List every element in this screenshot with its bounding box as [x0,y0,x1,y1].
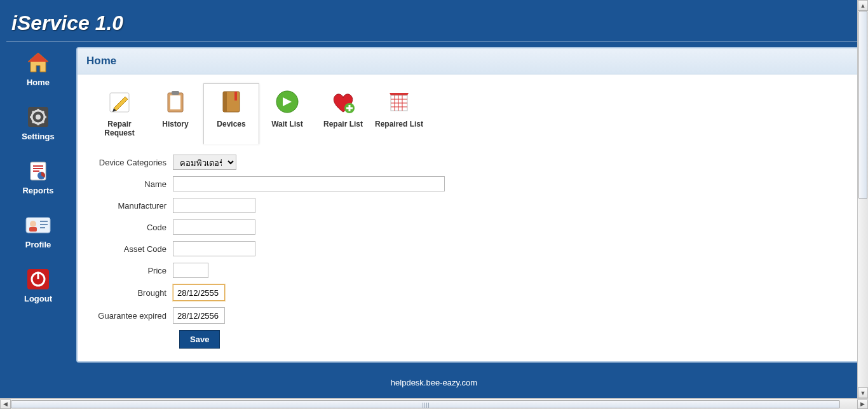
device-category-select[interactable]: คอมพิวเตอร์ [173,155,236,170]
tool-label: Repaired List [373,120,425,128]
tool-label: Repair List [317,120,369,128]
tool-repaired-list[interactable]: Repaired List [371,83,427,144]
home-icon [24,51,52,75]
label-guarantee: Guarantee expired [90,311,173,321]
guarantee-date-input[interactable] [173,307,225,324]
vertical-scroll-thumb[interactable] [858,11,867,199]
sidebar-item-settings[interactable]: Settings [13,105,64,141]
arrow-right-icon [272,88,302,116]
tool-label: History [149,120,201,128]
svg-rect-31 [170,95,180,109]
code-input[interactable] [173,219,255,235]
horizontal-scroll-thumb[interactable] [11,400,840,408]
label-name: Name [90,179,173,189]
tool-label: Repair Request [93,120,146,137]
svg-rect-32 [172,91,179,95]
svg-line-11 [32,121,34,123]
manufacturer-input[interactable] [173,198,255,213]
tool-repair-request[interactable]: Repair Request [92,83,147,144]
tool-repair-list[interactable]: Repair List [315,83,371,144]
scroll-right-arrow[interactable]: ▶ [857,399,868,409]
tool-label: Devices [205,120,257,128]
tool-wait-list[interactable]: Wait List [259,83,315,144]
tool-label: Wait List [261,120,313,128]
svg-rect-34 [223,92,227,112]
label-brought: Brought [90,288,173,298]
svg-marker-41 [390,93,409,95]
power-icon [24,267,52,291]
svg-line-9 [42,121,44,123]
tool-history[interactable]: History [147,83,203,144]
sidebar-item-logout[interactable]: Logout [13,267,64,303]
horizontal-scrollbar[interactable]: ◀ ▶ [0,398,868,409]
scroll-down-arrow[interactable]: ▼ [858,387,868,398]
svg-point-12 [36,114,41,120]
svg-point-19 [30,221,36,227]
label-category: Device Categories [90,158,173,167]
profile-icon [24,213,52,237]
price-input[interactable] [173,263,208,278]
label-asset-code: Asset Code [90,244,173,254]
app-title: iService 1.0 [0,0,868,41]
svg-line-8 [32,111,34,113]
sidebar-item-home[interactable]: Home [13,51,64,87]
heart-plus-icon [328,88,358,116]
pencil-note-icon [104,88,135,116]
svg-rect-20 [29,227,37,232]
svg-rect-35 [234,92,237,101]
scroll-up-arrow[interactable]: ▲ [858,0,868,11]
panel-title: Home [78,48,860,74]
main-panel: Home Repair Request [76,47,862,363]
sidebar-item-label: Home [13,78,64,87]
toolbar: Repair Request History [78,74,860,144]
sidebar-item-reports[interactable]: Reports [13,159,64,195]
footer-text: helpdesk.bee-eazy.com [0,363,868,394]
sidebar: Home Settings [0,47,76,363]
book-icon [216,88,247,116]
svg-marker-1 [28,53,48,62]
device-form: Device Categories คอมพิวเตอร์ Name Manuf… [78,144,860,361]
name-input[interactable] [173,176,445,191]
report-icon [24,159,52,183]
label-manufacturer: Manufacturer [90,201,173,211]
tool-devices[interactable]: Devices [203,83,259,144]
sidebar-item-label: Profile [13,240,64,249]
scroll-left-arrow[interactable]: ◀ [0,399,11,409]
sidebar-item-profile[interactable]: Profile [13,213,64,249]
save-button[interactable]: Save [179,330,220,349]
clipboard-icon [160,88,191,116]
asset-code-input[interactable] [173,241,255,256]
sidebar-item-label: Reports [13,186,64,195]
vertical-scrollbar[interactable]: ▲ ▼ [857,0,868,398]
svg-line-10 [42,111,44,113]
gear-icon [24,105,52,129]
sidebar-item-label: Logout [13,294,64,303]
calendar-icon [384,88,414,116]
label-code: Code [90,223,173,232]
sidebar-item-label: Settings [13,132,64,141]
label-price: Price [90,266,173,275]
brought-date-input[interactable] [173,284,225,301]
